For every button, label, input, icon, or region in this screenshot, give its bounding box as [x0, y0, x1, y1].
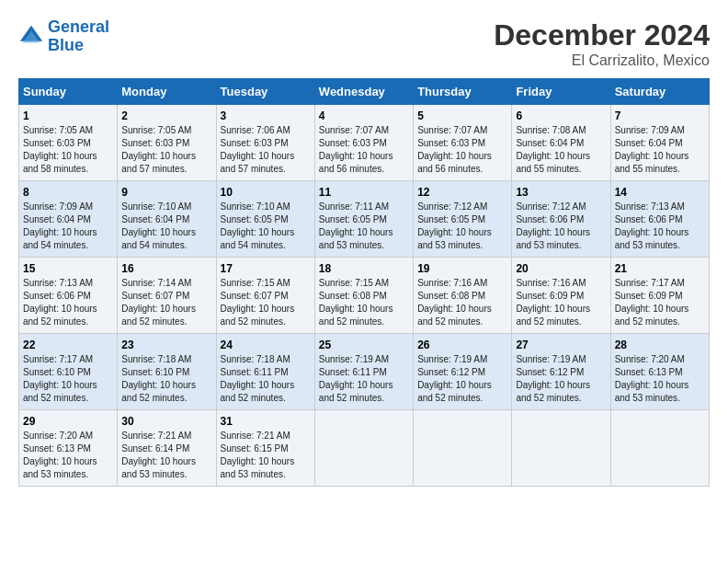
day-info: Sunrise: 7:12 AM Sunset: 6:06 PM Dayligh…	[516, 201, 606, 252]
day-number: 5	[417, 109, 507, 122]
day-number: 13	[516, 186, 606, 199]
day-number: 28	[615, 339, 705, 351]
calendar-body: 1Sunrise: 7:05 AM Sunset: 6:03 PM Daylig…	[19, 105, 710, 487]
day-info: Sunrise: 7:18 AM Sunset: 6:10 PM Dayligh…	[121, 353, 211, 405]
col-tuesday: Tuesday	[216, 79, 314, 105]
day-info: Sunrise: 7:13 AM Sunset: 6:06 PM Dayligh…	[23, 277, 113, 328]
calendar-row: 29Sunrise: 7:20 AM Sunset: 6:13 PM Dayli…	[19, 410, 710, 487]
day-number: 2	[121, 109, 211, 122]
calendar-cell	[512, 410, 610, 487]
day-info: Sunrise: 7:10 AM Sunset: 6:05 PM Dayligh…	[221, 201, 311, 252]
calendar-cell: 14Sunrise: 7:13 AM Sunset: 6:06 PM Dayli…	[610, 181, 709, 258]
day-info: Sunrise: 7:20 AM Sunset: 6:13 PM Dayligh…	[615, 353, 705, 405]
calendar-row: 8Sunrise: 7:09 AM Sunset: 6:04 PM Daylig…	[19, 181, 710, 258]
day-info: Sunrise: 7:18 AM Sunset: 6:11 PM Dayligh…	[221, 353, 311, 405]
day-info: Sunrise: 7:20 AM Sunset: 6:13 PM Dayligh…	[23, 430, 113, 481]
day-number: 24	[221, 339, 311, 351]
day-number: 26	[417, 339, 507, 351]
calendar-cell: 18Sunrise: 7:15 AM Sunset: 6:08 PM Dayli…	[314, 258, 413, 334]
calendar-cell: 3Sunrise: 7:06 AM Sunset: 6:03 PM Daylig…	[216, 105, 314, 181]
calendar-cell: 25Sunrise: 7:19 AM Sunset: 6:11 PM Dayli…	[314, 334, 413, 410]
day-info: Sunrise: 7:09 AM Sunset: 6:04 PM Dayligh…	[23, 201, 113, 252]
day-info: Sunrise: 7:14 AM Sunset: 6:07 PM Dayligh…	[121, 277, 211, 328]
calendar-row: 22Sunrise: 7:17 AM Sunset: 6:10 PM Dayli…	[19, 334, 710, 410]
day-number: 6	[516, 109, 606, 122]
calendar-cell: 15Sunrise: 7:13 AM Sunset: 6:06 PM Dayli…	[19, 258, 118, 334]
day-number: 22	[23, 339, 113, 351]
calendar-cell: 4Sunrise: 7:07 AM Sunset: 6:03 PM Daylig…	[314, 105, 413, 181]
day-number: 30	[121, 415, 211, 428]
title-area: December 2024 El Carrizalito, Mexico	[494, 18, 710, 69]
day-number: 15	[23, 262, 113, 275]
col-wednesday: Wednesday	[314, 79, 413, 105]
day-number: 16	[121, 262, 211, 275]
calendar-cell: 6Sunrise: 7:08 AM Sunset: 6:04 PM Daylig…	[512, 105, 610, 181]
day-number: 4	[319, 109, 409, 122]
logo-text: General Blue	[48, 18, 109, 55]
page-subtitle: El Carrizalito, Mexico	[494, 52, 710, 69]
day-info: Sunrise: 7:05 AM Sunset: 6:03 PM Dayligh…	[23, 124, 113, 176]
col-friday: Friday	[512, 79, 610, 105]
calendar-cell: 17Sunrise: 7:15 AM Sunset: 6:07 PM Dayli…	[216, 258, 314, 334]
logo: General Blue	[18, 18, 109, 55]
day-info: Sunrise: 7:16 AM Sunset: 6:08 PM Dayligh…	[417, 277, 507, 328]
page-container: General Blue December 2024 El Carrizalit…	[18, 18, 710, 487]
day-number: 1	[23, 109, 113, 122]
day-number: 21	[615, 262, 705, 275]
day-info: Sunrise: 7:19 AM Sunset: 6:12 PM Dayligh…	[516, 353, 606, 405]
day-info: Sunrise: 7:08 AM Sunset: 6:04 PM Dayligh…	[516, 124, 606, 176]
logo-icon	[18, 24, 44, 50]
header: General Blue December 2024 El Carrizalit…	[18, 18, 710, 69]
day-info: Sunrise: 7:09 AM Sunset: 6:04 PM Dayligh…	[615, 124, 705, 176]
calendar-cell: 26Sunrise: 7:19 AM Sunset: 6:12 PM Dayli…	[414, 334, 512, 410]
calendar-cell: 19Sunrise: 7:16 AM Sunset: 6:08 PM Dayli…	[414, 258, 512, 334]
day-number: 19	[417, 262, 507, 275]
day-info: Sunrise: 7:15 AM Sunset: 6:08 PM Dayligh…	[319, 277, 409, 328]
calendar-cell	[414, 410, 512, 487]
calendar-cell: 13Sunrise: 7:12 AM Sunset: 6:06 PM Dayli…	[512, 181, 610, 258]
calendar-cell: 10Sunrise: 7:10 AM Sunset: 6:05 PM Dayli…	[216, 181, 314, 258]
day-info: Sunrise: 7:21 AM Sunset: 6:14 PM Dayligh…	[121, 430, 211, 481]
day-number: 7	[615, 109, 705, 122]
calendar-cell: 1Sunrise: 7:05 AM Sunset: 6:03 PM Daylig…	[19, 105, 118, 181]
day-info: Sunrise: 7:06 AM Sunset: 6:03 PM Dayligh…	[221, 124, 311, 176]
calendar-header: Sunday Monday Tuesday Wednesday Thursday…	[19, 79, 710, 105]
calendar-cell: 11Sunrise: 7:11 AM Sunset: 6:05 PM Dayli…	[314, 181, 413, 258]
day-info: Sunrise: 7:07 AM Sunset: 6:03 PM Dayligh…	[417, 124, 507, 176]
calendar-cell: 31Sunrise: 7:21 AM Sunset: 6:15 PM Dayli…	[216, 410, 314, 487]
day-info: Sunrise: 7:17 AM Sunset: 6:10 PM Dayligh…	[23, 353, 113, 405]
day-info: Sunrise: 7:13 AM Sunset: 6:06 PM Dayligh…	[615, 201, 705, 252]
calendar-cell: 22Sunrise: 7:17 AM Sunset: 6:10 PM Dayli…	[19, 334, 118, 410]
day-info: Sunrise: 7:11 AM Sunset: 6:05 PM Dayligh…	[319, 201, 409, 252]
day-number: 3	[221, 109, 311, 122]
day-info: Sunrise: 7:10 AM Sunset: 6:04 PM Dayligh…	[121, 201, 211, 252]
calendar-cell: 29Sunrise: 7:20 AM Sunset: 6:13 PM Dayli…	[19, 410, 118, 487]
col-monday: Monday	[118, 79, 216, 105]
day-info: Sunrise: 7:21 AM Sunset: 6:15 PM Dayligh…	[221, 430, 311, 481]
day-number: 25	[319, 339, 409, 351]
day-number: 14	[615, 186, 705, 199]
calendar-cell: 5Sunrise: 7:07 AM Sunset: 6:03 PM Daylig…	[414, 105, 512, 181]
day-number: 27	[516, 339, 606, 351]
day-number: 12	[417, 186, 507, 199]
col-thursday: Thursday	[414, 79, 512, 105]
calendar-row: 1Sunrise: 7:05 AM Sunset: 6:03 PM Daylig…	[19, 105, 710, 181]
day-number: 11	[319, 186, 409, 199]
day-info: Sunrise: 7:17 AM Sunset: 6:09 PM Dayligh…	[615, 277, 705, 328]
col-sunday: Sunday	[19, 79, 118, 105]
day-info: Sunrise: 7:07 AM Sunset: 6:03 PM Dayligh…	[319, 124, 409, 176]
calendar-table: Sunday Monday Tuesday Wednesday Thursday…	[18, 78, 710, 487]
day-number: 20	[516, 262, 606, 275]
calendar-cell: 21Sunrise: 7:17 AM Sunset: 6:09 PM Dayli…	[610, 258, 709, 334]
day-number: 31	[221, 415, 311, 428]
day-number: 17	[221, 262, 311, 275]
calendar-cell	[610, 410, 709, 487]
calendar-row: 15Sunrise: 7:13 AM Sunset: 6:06 PM Dayli…	[19, 258, 710, 334]
calendar-cell: 30Sunrise: 7:21 AM Sunset: 6:14 PM Dayli…	[118, 410, 216, 487]
day-number: 23	[121, 339, 211, 351]
calendar-cell: 16Sunrise: 7:14 AM Sunset: 6:07 PM Dayli…	[118, 258, 216, 334]
day-info: Sunrise: 7:15 AM Sunset: 6:07 PM Dayligh…	[221, 277, 311, 328]
col-saturday: Saturday	[610, 79, 709, 105]
calendar-cell: 2Sunrise: 7:05 AM Sunset: 6:03 PM Daylig…	[118, 105, 216, 181]
calendar-cell: 8Sunrise: 7:09 AM Sunset: 6:04 PM Daylig…	[19, 181, 118, 258]
